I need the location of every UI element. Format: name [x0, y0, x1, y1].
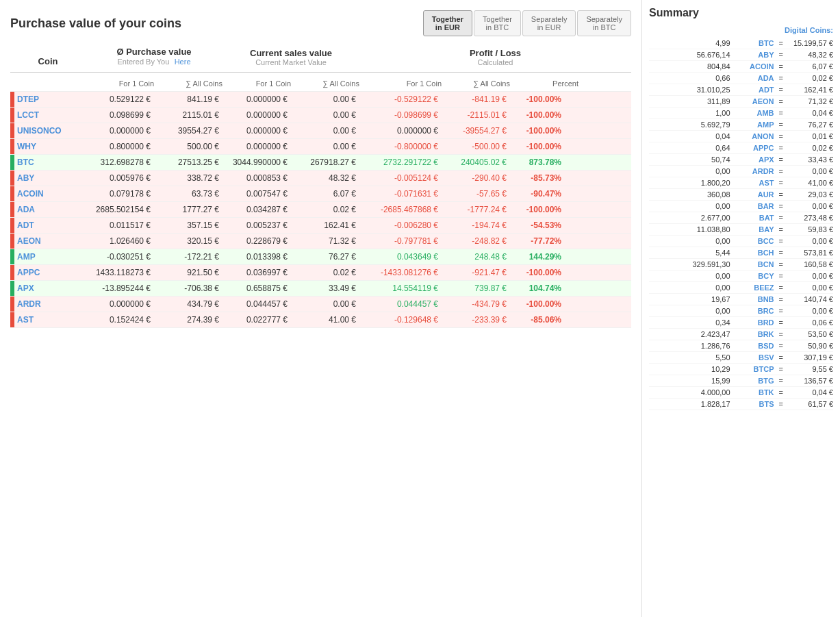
summary-coin[interactable]: BTS	[733, 400, 774, 408]
cell-percent: -100.00%	[510, 299, 565, 309]
summary-coin[interactable]: ABY	[733, 51, 774, 59]
cell-percent: -90.47%	[510, 189, 565, 199]
cell: 0.02 €	[291, 205, 359, 214]
summary-value: 0,00 €	[785, 167, 833, 175]
summary-row: 5.692,79AMP=76,27 €	[649, 119, 833, 131]
cell: 0.529122 €	[86, 95, 154, 104]
cell: -233.39 €	[442, 315, 510, 325]
tab-together-btc[interactable]: Togetherin BTC	[474, 10, 521, 36]
summary-coin[interactable]: BTG	[733, 377, 774, 385]
summary-row: 0,00ARDR=0,00 €	[649, 166, 833, 177]
summary-coin[interactable]: AMP	[733, 121, 774, 129]
cell: 0.800000 €	[86, 142, 154, 151]
summary-coin[interactable]: AEON	[733, 97, 774, 105]
summary-eq: =	[779, 190, 783, 199]
summary-row: 1,00AMB=0,04 €	[649, 108, 833, 119]
subheader-pl-all: ∑ All Coins	[442, 79, 510, 88]
cell: 0.036997 €	[222, 268, 291, 277]
summary-eq: =	[779, 318, 783, 327]
summary-row: 4.000,00BTK=0,04 €	[649, 387, 833, 399]
cell: -2115.01 €	[442, 110, 510, 120]
cell: 0.000000 €	[222, 126, 291, 136]
summary-eq: =	[779, 272, 783, 280]
summary-coin[interactable]: AUR	[733, 190, 774, 199]
summary-eq: =	[779, 86, 783, 94]
summary-amount: 0,00	[669, 237, 730, 245]
summary-coin[interactable]: BAR	[733, 202, 774, 210]
summary-value: 160,58 €	[785, 260, 833, 268]
summary-amount: 360,08	[669, 190, 730, 199]
cell: 0.000000 €	[86, 126, 154, 136]
summary-eq: =	[779, 74, 783, 82]
summary-value: 0,00 €	[785, 307, 833, 315]
cell-percent: -100.00%	[510, 205, 565, 214]
summary-eq: =	[779, 365, 783, 373]
tab-together-eur[interactable]: Togetherin EUR	[423, 10, 472, 36]
col-header-profit-sub: Calculated	[359, 58, 631, 66]
summary-coin[interactable]: BCY	[733, 272, 774, 280]
row-indicator	[10, 155, 14, 170]
summary-value: 273,48 €	[785, 214, 833, 222]
summary-value: 0,02 €	[785, 74, 833, 82]
summary-coin[interactable]: ARDR	[733, 167, 774, 175]
cell: 841.19 €	[154, 95, 222, 104]
summary-coin[interactable]: ACOIN	[733, 62, 774, 71]
cell: WHY	[10, 142, 86, 151]
summary-coin[interactable]: BCC	[733, 237, 774, 245]
col-header-purchase-link[interactable]: Here	[175, 58, 191, 66]
summary-eq: =	[779, 109, 783, 117]
summary-coin[interactable]: BCN	[733, 260, 774, 268]
summary-eq: =	[779, 167, 783, 175]
summary-eq: =	[779, 400, 783, 408]
summary-value: 48,32 €	[785, 51, 833, 59]
cell: 1.026460 €	[86, 236, 154, 246]
summary-amount: 1.286,76	[669, 342, 730, 350]
summary-coin[interactable]: AMB	[733, 109, 774, 117]
summary-coin[interactable]: BRK	[733, 330, 774, 338]
summary-coin[interactable]: BSD	[733, 342, 774, 350]
summary-eq: =	[779, 121, 783, 129]
summary-coin[interactable]: BAY	[733, 225, 774, 234]
tab-separately-btc[interactable]: Separatelyin BTC	[577, 10, 631, 36]
summary-coin[interactable]: BTCP	[733, 365, 774, 373]
cell: 0.013398 €	[222, 252, 291, 262]
summary-eq: =	[779, 249, 783, 257]
cell-percent: -85.73%	[510, 173, 565, 183]
cell: 0.02 €	[291, 268, 359, 277]
summary-coin[interactable]: BTK	[733, 388, 774, 396]
summary-eq: =	[779, 237, 783, 245]
summary-coin[interactable]: ADA	[733, 74, 774, 82]
cell: ADA	[10, 205, 86, 214]
summary-coin[interactable]: BNB	[733, 295, 774, 303]
summary-coin[interactable]: APPC	[733, 144, 774, 152]
summary-coin[interactable]: BRD	[733, 318, 774, 327]
summary-value: 41,00 €	[785, 179, 833, 187]
tab-separately-eur[interactable]: Separatelyin EUR	[522, 10, 576, 36]
summary-coin[interactable]: ANON	[733, 132, 774, 140]
summary-coin[interactable]: ADT	[733, 86, 774, 94]
summary-coin[interactable]: BRC	[733, 307, 774, 315]
summary-rows: 4,99BTC=15.199,57 €56.676,14ABY=48,32 €8…	[649, 38, 833, 410]
table-row: DTEP0.529122 €841.19 €0.000000 €0.00 €-0…	[10, 92, 631, 108]
summary-coin[interactable]: BCH	[733, 249, 774, 257]
summary-coin[interactable]: BTC	[733, 39, 774, 47]
summary-coin[interactable]: BEEZ	[733, 284, 774, 292]
subheader-pl-pct: Percent	[510, 79, 578, 88]
summary-value: 59,83 €	[785, 225, 833, 234]
summary-amount: 4.000,00	[669, 388, 730, 396]
summary-amount: 329.591,30	[669, 260, 730, 268]
summary-amount: 1,00	[669, 109, 730, 117]
summary-coin[interactable]: BAT	[733, 214, 774, 222]
summary-coin[interactable]: APX	[733, 155, 774, 164]
summary-value: 61,57 €	[785, 400, 833, 408]
row-indicator	[10, 92, 14, 107]
cell: 14.554119 €	[359, 284, 442, 293]
cell: -39554.27 €	[442, 126, 510, 136]
summary-amount: 2.677,00	[669, 214, 730, 222]
summary-coin[interactable]: BSV	[733, 353, 774, 362]
summary-coin[interactable]: AST	[733, 179, 774, 187]
cell: 39554.27 €	[154, 126, 222, 136]
summary-amount: 0,00	[669, 307, 730, 315]
summary-row: 0,00BRC=0,00 €	[649, 305, 833, 317]
table-row: LCCT0.098699 €2115.01 €0.000000 €0.00 €-…	[10, 108, 631, 123]
